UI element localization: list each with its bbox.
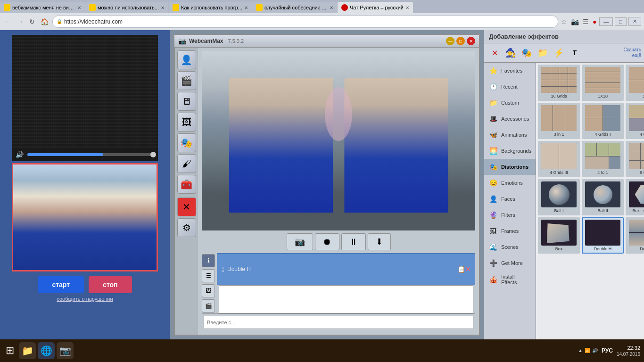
effect-thumb-img-4to1 bbox=[585, 143, 620, 169]
record-button[interactable]: ⏺ bbox=[315, 233, 339, 250]
effect-image-button[interactable]: 🖼 bbox=[202, 284, 215, 297]
effect-thumb-4gridsiii[interactable]: 4 Grids III bbox=[538, 141, 580, 177]
sidebar-person-btn[interactable]: 👤 bbox=[177, 50, 196, 69]
effect-thumb-box[interactable]: Box bbox=[538, 217, 580, 254]
sidebar-brush-btn[interactable]: 🖌 bbox=[177, 154, 196, 173]
effect-icon-folder[interactable]: 📁 bbox=[535, 45, 550, 60]
effect-thumb-4grids[interactable]: 4 Grids bbox=[626, 103, 644, 139]
effect-icon-flash[interactable]: ⚡ bbox=[551, 45, 566, 60]
taskbar-chrome[interactable]: 🌐 bbox=[38, 342, 55, 359]
tab-3[interactable]: Как использовать прогр... ✕ bbox=[169, 2, 252, 13]
effect-thumb-doubleh[interactable]: Double H bbox=[582, 217, 624, 254]
tab-4-close[interactable]: ✕ bbox=[330, 5, 333, 10]
cat-install-effects[interactable]: 🎪 Install Effects bbox=[484, 271, 536, 288]
effect-thumb-double2[interactable]: Double bbox=[626, 217, 644, 254]
effect-thumb-4to1[interactable]: 4 to 1 bbox=[582, 141, 624, 177]
download-more-link[interactable]: Скачать ещё bbox=[624, 47, 642, 58]
chat-input[interactable] bbox=[204, 316, 473, 329]
cat-animations[interactable]: 🦋 Animations bbox=[484, 127, 536, 143]
tab-5[interactable]: Чат Рулетка – русский ✕ bbox=[338, 2, 413, 13]
tab-5-close[interactable]: ✕ bbox=[405, 5, 409, 10]
effect-thumb-9grids[interactable]: 9 Grids bbox=[626, 141, 644, 177]
maximize-icon[interactable]: □ bbox=[615, 17, 627, 26]
effect-thumb-1x7[interactable]: 1X7 bbox=[626, 65, 644, 101]
tray-chevron-icon[interactable]: ▲ bbox=[578, 348, 583, 353]
browser-action-icon[interactable]: ● bbox=[592, 17, 597, 26]
cat-scenes[interactable]: 🌊 Scenes bbox=[484, 239, 536, 255]
close-browser-icon[interactable]: ✕ bbox=[628, 17, 641, 26]
effect-icon-hat[interactable]: 🎭 bbox=[519, 45, 534, 60]
cat-filters[interactable]: 🔮 Filters bbox=[484, 207, 536, 223]
effect-thumb-16grids[interactable]: 16 Grids bbox=[538, 65, 580, 101]
language-indicator[interactable]: РУС bbox=[602, 347, 613, 354]
effect-thumb-balli[interactable]: Ball I bbox=[538, 179, 580, 215]
tab-4[interactable]: случайный собеседник –... ✕ bbox=[252, 2, 337, 13]
reload-button[interactable]: ↻ bbox=[27, 17, 37, 26]
pause-button[interactable]: ⏸ bbox=[341, 233, 366, 250]
taskbar-webcam-app[interactable]: 📷 bbox=[57, 342, 74, 359]
effect-thumb-boxoct[interactable]: Box - Octahedr bbox=[626, 179, 644, 215]
address-bar[interactable]: 🔒 https://videochatru.com bbox=[52, 16, 558, 28]
settings-menu-icon[interactable]: ☰ bbox=[582, 17, 590, 26]
cat-distortions[interactable]: 🎭 Distortions bbox=[484, 159, 536, 175]
effect-icon-text[interactable]: T bbox=[567, 45, 582, 60]
volume-thumb[interactable] bbox=[150, 152, 156, 157]
cat-favorites[interactable]: ⭐ Favorites bbox=[484, 63, 536, 79]
cat-emotions[interactable]: 😊 Emotions bbox=[484, 175, 536, 191]
cat-recent[interactable]: 🕐 Recent bbox=[484, 79, 536, 95]
sidebar-tools-btn[interactable]: 🧰 bbox=[177, 175, 196, 194]
tab-2-close[interactable]: ✕ bbox=[161, 5, 165, 10]
effect-info-button[interactable]: ℹ bbox=[202, 254, 215, 267]
start-button[interactable]: старт bbox=[38, 276, 84, 293]
camera-icon[interactable]: 📷 bbox=[570, 17, 580, 26]
effect-label-double2: Double bbox=[628, 247, 644, 251]
cat-accessories[interactable]: 🎩 Accessories bbox=[484, 111, 536, 127]
effect-thumb-1x10[interactable]: 1X10 bbox=[582, 65, 624, 101]
sidebar-settings-btn[interactable]: ⚙ bbox=[177, 218, 196, 237]
sidebar-record-btn[interactable]: ✕ bbox=[177, 197, 196, 216]
volume-track[interactable] bbox=[27, 153, 154, 156]
home-button[interactable]: 🏠 bbox=[39, 17, 50, 26]
cat-frames-label: Frames bbox=[501, 228, 519, 234]
webcam-close-button[interactable]: ✕ bbox=[467, 37, 475, 45]
cat-scenes-label: Scenes bbox=[501, 244, 519, 250]
effect-copy-button[interactable]: 📋 bbox=[457, 265, 465, 273]
effect-film-button[interactable]: 🎬 bbox=[202, 299, 215, 313]
taskbar-right: ▲ 📶 🔊 РУС 22:32 14.07.2015 bbox=[578, 345, 640, 357]
effect-icon-wizard[interactable]: 🧙 bbox=[503, 45, 518, 60]
tab-4-title: случайный собеседник –... bbox=[264, 5, 328, 10]
bookmark-star-icon[interactable]: ☆ bbox=[560, 17, 568, 26]
tab-1-close[interactable]: ✕ bbox=[77, 5, 81, 10]
minimize-icon[interactable]: — bbox=[599, 17, 613, 26]
camera-capture-button[interactable]: 📷 bbox=[287, 233, 313, 250]
effect-thumb-3in1[interactable]: 3 in 1 bbox=[538, 103, 580, 139]
back-button[interactable]: ← bbox=[3, 17, 13, 26]
effect-thumb-4gridsi[interactable]: 4 Grids I bbox=[582, 103, 624, 139]
sidebar-screen-btn[interactable]: 🖥 bbox=[177, 92, 196, 111]
scenes-icon: 🌊 bbox=[488, 242, 498, 252]
sidebar-photo-btn[interactable]: 🖼 bbox=[177, 113, 196, 132]
sidebar-film-btn[interactable]: 🎬 bbox=[177, 71, 196, 90]
sidebar-magic-btn[interactable]: 🎭 bbox=[177, 133, 196, 152]
start-menu-button[interactable]: ⊞ bbox=[4, 343, 16, 359]
cat-custom[interactable]: 📁 Custom bbox=[484, 95, 536, 111]
taskbar-file-manager[interactable]: 📁 bbox=[19, 342, 36, 359]
effect-list-button[interactable]: ☰ bbox=[202, 269, 215, 282]
effect-delete-button[interactable]: ✕ bbox=[465, 265, 471, 273]
tab-3-close[interactable]: ✕ bbox=[244, 5, 248, 10]
effect-thumb-ballii[interactable]: Ball II bbox=[582, 179, 624, 215]
forward-button[interactable]: → bbox=[15, 17, 25, 26]
cat-get-more[interactable]: ➕ Get More bbox=[484, 255, 536, 271]
download-button[interactable]: ⬇ bbox=[368, 233, 391, 250]
tray-volume-icon[interactable]: 🔊 bbox=[592, 348, 598, 353]
report-link[interactable]: сообщить о нарушении bbox=[57, 296, 113, 302]
webcam-maximize-button[interactable]: □ bbox=[456, 37, 465, 45]
stop-button[interactable]: стоп bbox=[89, 276, 132, 293]
tab-2[interactable]: можно ли использовать... ✕ bbox=[85, 2, 168, 13]
webcam-minimize-button[interactable]: — bbox=[446, 37, 454, 45]
cat-frames[interactable]: 🖼 Frames bbox=[484, 223, 536, 239]
cat-backgrounds[interactable]: 🌅 Backgrounds bbox=[484, 143, 536, 159]
cat-faces[interactable]: 👤 Faces bbox=[484, 191, 536, 207]
tab-1[interactable]: вебкаммакс меня не вид... ✕ bbox=[0, 2, 85, 13]
effect-icon-remove[interactable]: ✕ bbox=[487, 45, 502, 60]
